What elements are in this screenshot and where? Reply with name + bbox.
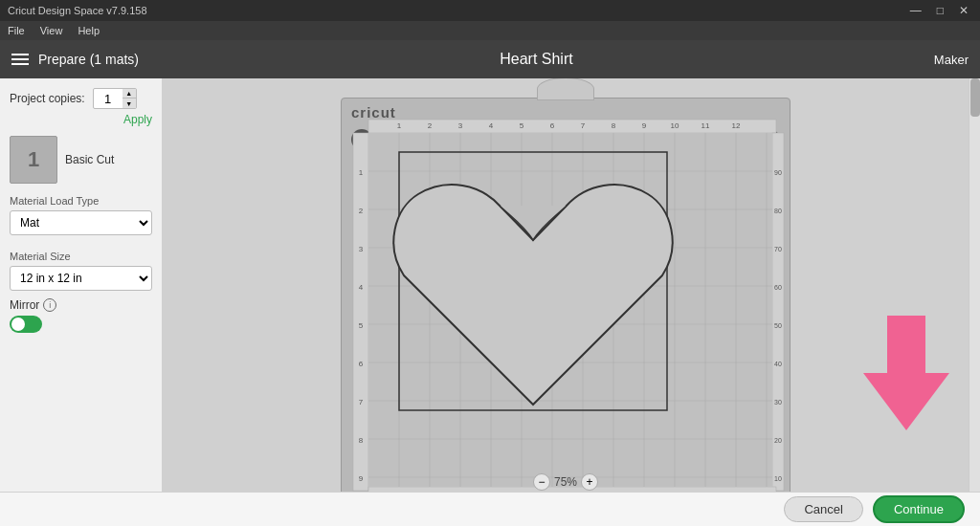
svg-marker-58 bbox=[863, 316, 949, 430]
mirror-label-row: Mirror i bbox=[10, 298, 152, 312]
bottom-bar: Cancel Continue bbox=[0, 492, 980, 526]
main-layout: Project copies: ▲ ▼ Apply 1 Basic Cut Ma… bbox=[0, 78, 980, 492]
svg-text:60: 60 bbox=[774, 284, 782, 291]
menu-file[interactable]: File bbox=[8, 25, 25, 36]
svg-text:5: 5 bbox=[359, 321, 364, 330]
svg-text:2: 2 bbox=[428, 121, 433, 130]
svg-text:40: 40 bbox=[774, 361, 782, 367]
copies-spinners: ▲ ▼ bbox=[122, 89, 136, 108]
zoom-in-button[interactable]: + bbox=[581, 473, 598, 491]
mat-type-label: Basic Cut bbox=[65, 153, 114, 166]
zoom-level-label: 75% bbox=[554, 475, 577, 489]
header-left: Prepare (1 mats) bbox=[11, 52, 139, 67]
continue-button[interactable]: Continue bbox=[873, 495, 965, 523]
menu-help[interactable]: Help bbox=[78, 25, 100, 36]
mat-container: cricut ••• ↻ bbox=[341, 98, 791, 492]
maximize-button[interactable]: □ bbox=[933, 4, 947, 17]
svg-text:80: 80 bbox=[774, 208, 782, 214]
prepare-title: Prepare (1 mats) bbox=[38, 52, 139, 67]
canvas-area: cricut ••• ↻ bbox=[163, 78, 969, 492]
mat-thumbnail: 1 bbox=[10, 136, 57, 184]
scrollbar-thumb[interactable] bbox=[970, 78, 980, 117]
mirror-text-label: Mirror bbox=[10, 298, 39, 312]
title-bar: Cricut Design Space v7.9.158 — □ ✕ bbox=[0, 0, 980, 21]
pink-arrow-decoration bbox=[863, 316, 949, 434]
menu-bar: File View Help bbox=[0, 21, 980, 40]
title-bar-controls: — □ ✕ bbox=[906, 4, 972, 17]
svg-text:7: 7 bbox=[581, 121, 586, 130]
apply-button[interactable]: Apply bbox=[123, 113, 152, 126]
svg-text:10: 10 bbox=[671, 121, 679, 130]
svg-text:12: 12 bbox=[732, 121, 741, 130]
svg-text:20: 20 bbox=[774, 437, 782, 444]
svg-text:6: 6 bbox=[550, 121, 555, 130]
menu-view[interactable]: View bbox=[40, 25, 63, 36]
svg-text:6: 6 bbox=[359, 360, 364, 368]
mode-label: Maker bbox=[934, 53, 969, 67]
svg-text:9: 9 bbox=[359, 474, 364, 483]
zoom-bar: − 75% + bbox=[533, 473, 598, 491]
svg-text:30: 30 bbox=[774, 399, 782, 405]
material-load-type-select[interactable]: Mat bbox=[10, 210, 152, 235]
material-size-select[interactable]: 12 in x 12 in bbox=[10, 266, 152, 291]
svg-text:1: 1 bbox=[359, 168, 364, 177]
material-size-label: Material Size bbox=[10, 251, 152, 262]
project-copies-row: Project copies: ▲ ▼ bbox=[10, 88, 152, 109]
svg-text:3: 3 bbox=[359, 245, 364, 253]
mat-preview: 1 Basic Cut bbox=[10, 136, 152, 184]
svg-text:4: 4 bbox=[359, 283, 364, 292]
mat-board: cricut ••• ↻ bbox=[341, 98, 791, 492]
svg-text:10: 10 bbox=[774, 475, 782, 482]
project-title: Heart Shirt bbox=[500, 51, 572, 68]
svg-text:90: 90 bbox=[774, 169, 782, 176]
toggle-knob bbox=[11, 318, 25, 331]
material-load-type-label: Material Load Type bbox=[10, 195, 152, 207]
app-name: Cricut Design Space v7.9.158 bbox=[8, 5, 147, 16]
minimize-button[interactable]: — bbox=[906, 4, 925, 17]
svg-text:5: 5 bbox=[520, 121, 524, 130]
svg-text:11: 11 bbox=[702, 121, 710, 130]
project-copies-label: Project copies: bbox=[10, 92, 85, 105]
svg-text:2: 2 bbox=[359, 207, 364, 215]
mirror-info-icon[interactable]: i bbox=[43, 298, 56, 312]
mat-handle bbox=[537, 78, 594, 100]
copies-down-button[interactable]: ▼ bbox=[122, 99, 136, 108]
svg-text:70: 70 bbox=[774, 246, 782, 252]
svg-text:7: 7 bbox=[359, 398, 364, 406]
scrollbar-right[interactable] bbox=[969, 78, 980, 492]
app-header: Prepare (1 mats) Heart Shirt Maker bbox=[0, 40, 980, 78]
svg-text:3: 3 bbox=[458, 121, 463, 130]
svg-text:8: 8 bbox=[612, 121, 616, 130]
cancel-button[interactable]: Cancel bbox=[784, 496, 862, 522]
mirror-toggle[interactable] bbox=[10, 316, 42, 333]
svg-text:4: 4 bbox=[489, 121, 494, 130]
mat-svg: 123 456 789 101112 123 456 789 90 80 bbox=[342, 99, 791, 492]
hamburger-menu-icon[interactable] bbox=[11, 54, 29, 65]
close-button[interactable]: ✕ bbox=[955, 4, 972, 17]
svg-text:1: 1 bbox=[397, 121, 402, 130]
sidebar: Project copies: ▲ ▼ Apply 1 Basic Cut Ma… bbox=[0, 78, 163, 492]
svg-text:50: 50 bbox=[774, 322, 782, 329]
copies-up-button[interactable]: ▲ bbox=[122, 89, 136, 99]
copies-input[interactable] bbox=[94, 91, 122, 107]
zoom-out-button[interactable]: − bbox=[533, 473, 550, 491]
svg-text:8: 8 bbox=[359, 436, 364, 445]
mat-number: 1 bbox=[28, 147, 39, 172]
svg-text:9: 9 bbox=[642, 121, 647, 130]
copies-input-group: ▲ ▼ bbox=[93, 88, 137, 109]
